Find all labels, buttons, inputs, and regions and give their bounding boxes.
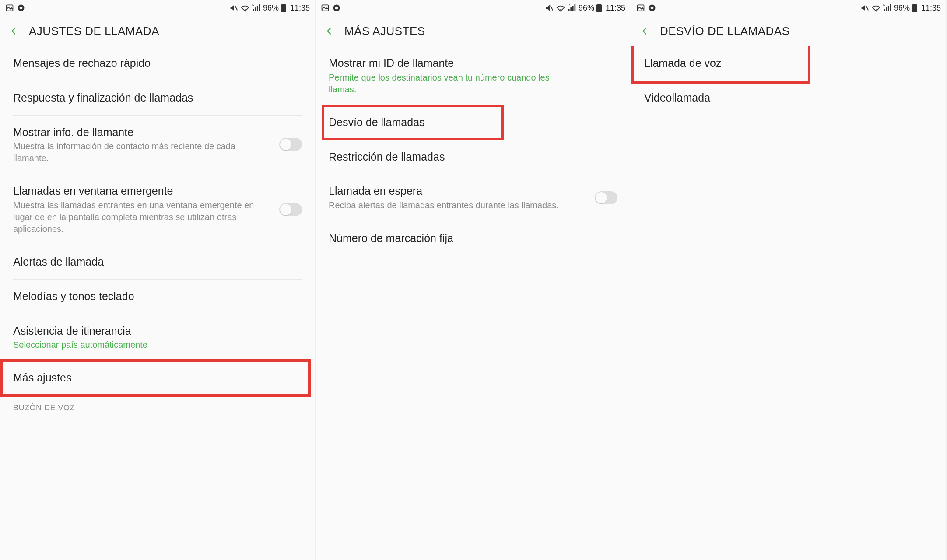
item-label: Restricción de llamadas [329, 150, 617, 164]
mute-icon [544, 3, 554, 13]
item-quick-reject[interactable]: Mensajes de rechazo rápido [13, 46, 302, 81]
screen-call-forwarding: R 96% 11:35 DESVÍO DE LLAMADAS Llamada d… [631, 0, 947, 560]
signal-icon: R [252, 3, 261, 13]
image-icon [321, 4, 330, 12]
header: MÁS AJUSTES [316, 16, 631, 46]
item-popup-calls[interactable]: Llamadas en ventana emergente Muestra la… [13, 174, 302, 245]
clock: 11:35 [921, 4, 941, 13]
item-label: Número de marcación fija [329, 231, 617, 246]
svg-rect-31 [888, 6, 889, 11]
svg-rect-18 [570, 7, 572, 11]
svg-rect-20 [574, 4, 575, 11]
signal-icon: R [567, 3, 577, 13]
item-call-barring[interactable]: Restricción de llamadas [329, 140, 617, 175]
svg-rect-8 [259, 4, 260, 11]
item-label: Respuesta y finalización de llamadas [13, 91, 302, 105]
mute-icon [860, 3, 870, 13]
screen-call-settings: R 96% 11:35 AJUSTES DE LLAMADA Mensajes … [0, 0, 316, 560]
battery-icon [596, 3, 602, 13]
section-voicemail: BUZÓN DE VOZ [13, 396, 302, 414]
svg-rect-11 [282, 4, 285, 5]
item-video-call[interactable]: Videollamada [644, 81, 933, 115]
item-call-forwarding[interactable]: Desvío de llamadas [329, 105, 617, 140]
page-title: AJUSTES DE LLAMADA [29, 24, 159, 38]
signal-icon: R [883, 3, 892, 13]
svg-rect-34 [912, 4, 917, 12]
svg-rect-23 [598, 4, 600, 5]
back-button[interactable] [8, 25, 20, 37]
page-title: MÁS AJUSTES [344, 24, 425, 38]
header: AJUSTES DE LLAMADA [0, 16, 315, 46]
svg-line-15 [551, 6, 553, 10]
item-call-waiting[interactable]: Llamada en espera Reciba alertas de llam… [329, 174, 617, 221]
circle-icon [332, 4, 341, 12]
toggle-caller-info[interactable] [279, 138, 302, 151]
circle-icon [17, 4, 25, 12]
svg-point-2 [20, 7, 23, 10]
toggle-call-waiting[interactable] [595, 191, 617, 204]
battery-text: 96% [894, 4, 910, 13]
item-label: Más ajustes [13, 371, 302, 385]
svg-text:R: R [883, 3, 885, 7]
item-more-settings[interactable]: Más ajustes [13, 361, 302, 396]
svg-rect-6 [255, 7, 256, 11]
item-fixed-dialing[interactable]: Número de marcación fija [329, 221, 617, 256]
mute-icon [229, 3, 239, 13]
circle-icon [648, 4, 656, 12]
image-icon [5, 4, 14, 12]
item-label: Videollamada [644, 91, 933, 105]
svg-line-27 [866, 6, 869, 10]
item-sublabel: Muestra las llamadas entrantes en una ve… [13, 200, 259, 235]
back-button[interactable] [323, 25, 336, 37]
item-sublabel: Permite que los destinatarios vean tu nú… [329, 72, 574, 95]
item-label: Mostrar mi ID de llamante [329, 56, 617, 71]
svg-line-3 [235, 6, 238, 10]
clock: 11:35 [290, 4, 310, 13]
svg-rect-17 [568, 9, 570, 11]
clock: 11:35 [606, 4, 625, 13]
svg-rect-22 [596, 4, 602, 12]
item-caller-info[interactable]: Mostrar info. de llamante Muestra la inf… [13, 116, 302, 175]
item-call-alerts[interactable]: Alertas de llamada [13, 245, 302, 280]
svg-rect-30 [886, 7, 887, 11]
item-label: Melodías y tonos teclado [13, 289, 302, 304]
item-keypad-tones[interactable]: Melodías y tonos teclado [13, 280, 302, 314]
item-label: Llamadas en ventana emergente [13, 184, 302, 199]
wifi-icon [556, 3, 565, 13]
header: DESVÍO DE LLAMADAS [631, 16, 946, 46]
svg-text:R: R [252, 3, 254, 7]
item-sublabel: Seleccionar país automáticamente [13, 339, 259, 351]
item-answer-end[interactable]: Respuesta y finalización de llamadas [13, 81, 302, 116]
wifi-icon [240, 3, 250, 13]
section-label: BUZÓN DE VOZ [13, 403, 75, 413]
image-icon [636, 4, 645, 12]
svg-point-26 [651, 7, 654, 10]
status-bar: R 96% 11:35 [631, 0, 946, 16]
item-voice-call[interactable]: Llamada de voz [644, 46, 933, 81]
toggle-popup-calls[interactable] [279, 203, 302, 216]
item-label: Llamada en espera [329, 184, 617, 199]
status-bar: R 96% 11:35 [316, 0, 631, 16]
svg-rect-10 [281, 4, 286, 12]
back-button[interactable] [639, 25, 651, 37]
svg-point-16 [560, 9, 561, 10]
battery-text: 96% [263, 4, 279, 13]
svg-point-28 [876, 9, 877, 10]
item-label: Mostrar info. de llamante [13, 125, 302, 140]
svg-rect-32 [890, 4, 891, 11]
battery-icon [281, 3, 287, 13]
item-label: Alertas de llamada [13, 255, 302, 270]
svg-text:R: R [568, 3, 570, 7]
screen-more-settings: R 96% 11:35 MÁS AJUSTES Mostrar mi ID de… [316, 0, 631, 560]
item-sublabel: Muestra la información de contacto más r… [13, 140, 259, 164]
svg-rect-19 [572, 6, 574, 11]
item-label: Desvío de llamadas [329, 115, 617, 130]
svg-rect-35 [913, 4, 916, 5]
svg-point-4 [245, 9, 246, 10]
item-roaming-assist[interactable]: Asistencia de itinerancia Seleccionar pa… [13, 314, 302, 361]
status-bar: R 96% 11:35 [0, 0, 315, 16]
battery-icon [912, 3, 918, 13]
svg-rect-5 [253, 9, 254, 11]
page-title: DESVÍO DE LLAMADAS [660, 24, 790, 38]
item-caller-id[interactable]: Mostrar mi ID de llamante Permite que lo… [329, 46, 617, 105]
